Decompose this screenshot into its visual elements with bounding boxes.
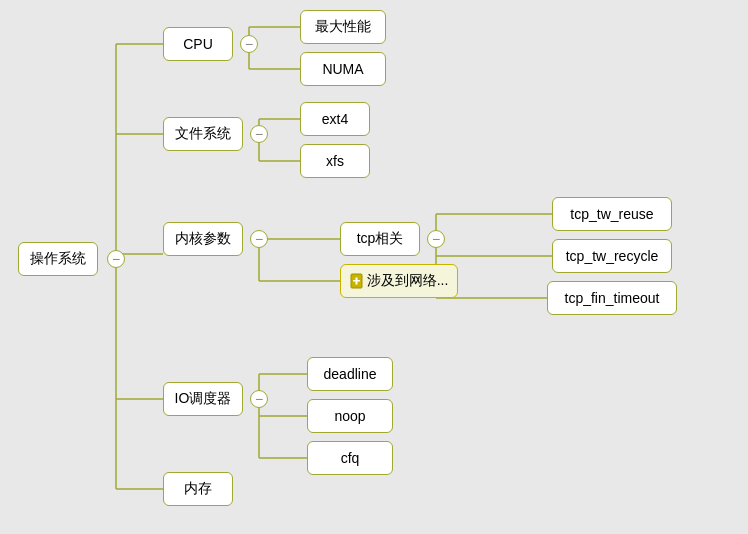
io-label: IO调度器 bbox=[175, 390, 232, 408]
noop-node: noop bbox=[307, 399, 393, 433]
tcp-label: tcp相关 bbox=[357, 230, 404, 248]
network-hint-content: 涉及到网络... bbox=[350, 272, 449, 290]
tcp-fin-node: tcp_fin_timeout bbox=[547, 281, 677, 315]
fs-node: 文件系统 bbox=[163, 117, 243, 151]
kernel-node: 内核参数 bbox=[163, 222, 243, 256]
ext4-node: ext4 bbox=[300, 102, 370, 136]
tcp-node: tcp相关 bbox=[340, 222, 420, 256]
cfq-label: cfq bbox=[341, 450, 360, 466]
tcp-fin-label: tcp_fin_timeout bbox=[565, 290, 660, 306]
tcp-recycle-label: tcp_tw_recycle bbox=[566, 248, 659, 264]
xfs-label: xfs bbox=[326, 153, 344, 169]
network-hint-label: 涉及到网络... bbox=[367, 272, 449, 290]
tcp-reuse-node: tcp_tw_reuse bbox=[552, 197, 672, 231]
os-label: 操作系统 bbox=[30, 250, 86, 268]
io-minus[interactable]: − bbox=[250, 390, 268, 408]
numa-node: NUMA bbox=[300, 52, 386, 86]
tcp-reuse-label: tcp_tw_reuse bbox=[570, 206, 653, 222]
fs-label: 文件系统 bbox=[175, 125, 231, 143]
mem-label: 内存 bbox=[184, 480, 212, 498]
svg-rect-26 bbox=[355, 277, 357, 284]
cpu-label: CPU bbox=[183, 36, 213, 52]
noop-label: noop bbox=[334, 408, 365, 424]
kernel-minus[interactable]: − bbox=[250, 230, 268, 248]
tcp-minus[interactable]: − bbox=[427, 230, 445, 248]
kernel-label: 内核参数 bbox=[175, 230, 231, 248]
fs-minus[interactable]: − bbox=[250, 125, 268, 143]
max-perf-node: 最大性能 bbox=[300, 10, 386, 44]
xfs-node: xfs bbox=[300, 144, 370, 178]
os-minus[interactable]: − bbox=[107, 250, 125, 268]
io-node: IO调度器 bbox=[163, 382, 243, 416]
os-node: 操作系统 bbox=[18, 242, 98, 276]
cpu-node: CPU bbox=[163, 27, 233, 61]
tcp-recycle-node: tcp_tw_recycle bbox=[552, 239, 672, 273]
cpu-minus[interactable]: − bbox=[240, 35, 258, 53]
deadline-label: deadline bbox=[324, 366, 377, 382]
cfq-node: cfq bbox=[307, 441, 393, 475]
bookmark-icon bbox=[350, 273, 363, 290]
network-hint-node[interactable]: 涉及到网络... bbox=[340, 264, 458, 298]
max-perf-label: 最大性能 bbox=[315, 18, 371, 36]
numa-label: NUMA bbox=[322, 61, 363, 77]
deadline-node: deadline bbox=[307, 357, 393, 391]
ext4-label: ext4 bbox=[322, 111, 348, 127]
mindmap-canvas: 操作系统 − CPU − 最大性能 NUMA 文件系统 − ext4 xfs 内… bbox=[0, 0, 748, 534]
mem-node: 内存 bbox=[163, 472, 233, 506]
